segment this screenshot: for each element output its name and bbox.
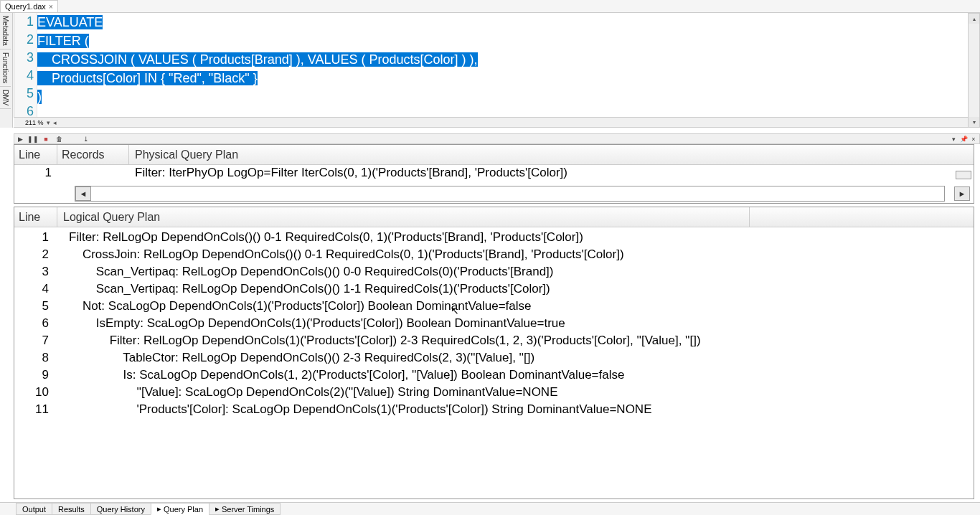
side-tab-metadata[interactable]: Metadata <box>0 13 11 49</box>
status-tab-query-history[interactable]: Query History <box>90 503 151 515</box>
editor-vertical-scrollbar[interactable]: ▴ ▾ <box>968 13 980 128</box>
side-tab-dmv[interactable]: DMV <box>0 87 11 109</box>
results-toolbar: ▶ ❚❚ ■ 🗑 ⤓ ▾ 📌 × <box>14 133 980 144</box>
header-line[interactable]: Line <box>14 207 57 227</box>
side-tab-functions[interactable]: Functions <box>0 49 11 87</box>
cell-line: 4 <box>14 280 57 298</box>
table-row[interactable]: 10 ''[Value]: ScaLogOp DependOnCols(2)('… <box>14 384 974 401</box>
horizontal-scrollbar[interactable]: ◄ ► <box>75 186 945 202</box>
scroll-up-icon[interactable]: ▴ <box>969 14 979 24</box>
side-tab-strip: Metadata Functions DMV <box>0 13 13 128</box>
scroll-right-button[interactable]: ► <box>954 186 970 201</box>
close-panel-icon[interactable]: × <box>969 135 978 143</box>
table-row[interactable]: 1Filter: RelLogOp DependOnCols()() 0-1 R… <box>14 229 974 246</box>
status-tab-label: Query History <box>97 505 145 514</box>
editor-gutter: 1 2 3 4 5 6 <box>14 13 37 127</box>
table-row[interactable]: 3 Scan_Vertipaq: RelLogOp DependOnCols()… <box>14 263 974 280</box>
table-row[interactable]: 7 Filter: RelLogOp DependOnCols(1)('Prod… <box>14 332 974 349</box>
cell-line: 6 <box>14 315 57 332</box>
header-logical-plan[interactable]: Logical Query Plan <box>57 207 750 227</box>
cell-line: 7 <box>14 332 57 349</box>
physical-grid-header: Line Records Physical Query Plan <box>14 145 974 165</box>
cell-line: 3 <box>14 263 57 280</box>
cell-plan: ''[Value]: ScaLogOp DependOnCols(2)(''[V… <box>57 384 974 401</box>
close-icon[interactable]: × <box>49 3 53 11</box>
dropdown-icon[interactable]: ▾ <box>949 135 958 143</box>
table-row[interactable]: 5 Not: ScaLogOp DependOnCols(1)('Product… <box>14 298 974 315</box>
physical-grid-body: 1 Filter: IterPhyOp LogOp=Filter IterCol… <box>14 165 974 203</box>
scroll-down-icon[interactable]: ▾ <box>969 117 979 127</box>
cell-plan: IsEmpty: ScaLogOp DependOnCols(1)('Produ… <box>57 315 974 332</box>
scroll-left-icon[interactable]: ◂ <box>53 119 57 126</box>
export-icon[interactable]: ⤓ <box>82 135 90 143</box>
cell-plan: Filter: RelLogOp DependOnCols(1)('Produc… <box>57 332 974 349</box>
editor-content[interactable]: EVALUATE FILTER ( CROSSJOIN ( VALUES ( P… <box>37 13 974 127</box>
gutter-line: 3 <box>14 49 34 67</box>
header-physical-plan[interactable]: Physical Query Plan <box>129 145 974 164</box>
cell-line: 9 <box>14 367 57 384</box>
gutter-line: 5 <box>14 85 34 103</box>
code-line: CROSSJOIN ( VALUES ( Products[Brand] ), … <box>37 52 478 67</box>
table-row[interactable]: 4 Scan_Vertipaq: RelLogOp DependOnCols()… <box>14 280 974 298</box>
cell-plan: TableCtor: RelLogOp DependOnCols()() 2-3… <box>57 349 974 367</box>
scroll-left-button[interactable]: ◄ <box>75 186 91 201</box>
cell-line: 2 <box>14 246 57 263</box>
pause-icon[interactable]: ❚❚ <box>29 135 37 143</box>
marker-icon: ▸ <box>157 504 161 514</box>
status-tab-output[interactable]: Output <box>16 503 52 515</box>
gutter-line: 4 <box>14 67 34 85</box>
cell-plan: Is: ScaLogOp DependOnCols(1, 2)('Product… <box>57 367 974 384</box>
cell-line: 5 <box>14 298 57 315</box>
code-line: Products[Color] IN { "Red", "Black" } <box>37 71 258 85</box>
stop-icon[interactable]: ■ <box>42 135 50 143</box>
document-tab-bar: Query1.dax × <box>0 0 980 13</box>
status-tab-label: Server Timings <box>222 505 274 514</box>
document-tab[interactable]: Query1.dax × <box>0 0 58 12</box>
play-icon[interactable]: ▶ <box>16 135 24 143</box>
table-row[interactable]: 11 'Products'[Color]: ScaLogOp DependOnC… <box>14 401 974 418</box>
chevron-down-icon[interactable]: ▾ <box>47 119 50 126</box>
status-tab-server-timings[interactable]: ▸Server Timings <box>209 503 281 515</box>
table-row[interactable]: 2 CrossJoin: RelLogOp DependOnCols()() 0… <box>14 246 974 263</box>
zoom-level[interactable]: 211 % <box>25 119 44 126</box>
cell-line: 1 <box>14 166 57 180</box>
table-row[interactable]: 8 TableCtor: RelLogOp DependOnCols()() 2… <box>14 349 974 367</box>
editor-zoom-bar: 211 % ▾ ◂ <box>14 117 974 127</box>
marker-icon: ▸ <box>215 504 220 514</box>
cell-plan: 'Products'[Color]: ScaLogOp DependOnCols… <box>57 401 974 418</box>
cell-line: 10 <box>14 384 57 401</box>
cell-plan: Filter: RelLogOp DependOnCols()() 0-1 Re… <box>57 229 974 246</box>
bottom-tab-bar: OutputResultsQuery History▸Query Plan▸Se… <box>0 502 980 515</box>
code-line: FILTER ( <box>37 34 89 48</box>
status-tab-label: Output <box>22 505 46 514</box>
header-line[interactable]: Line <box>14 145 57 164</box>
header-records[interactable]: Records <box>57 145 129 164</box>
status-tab-results[interactable]: Results <box>52 503 91 515</box>
status-tab-label: Results <box>58 505 85 514</box>
gutter-line: 2 <box>14 31 34 49</box>
clear-icon[interactable]: 🗑 <box>55 135 63 143</box>
cell-line: 8 <box>14 349 57 367</box>
code-editor[interactable]: 1 2 3 4 5 6 EVALUATE FILTER ( CROSSJOIN … <box>14 13 974 128</box>
logical-grid-body: 1Filter: RelLogOp DependOnCols()() 0-1 R… <box>14 227 974 499</box>
cell-line: 11 <box>14 401 57 418</box>
code-line: EVALUATE <box>37 15 103 29</box>
cell-plan: Scan_Vertipaq: RelLogOp DependOnCols()()… <box>57 280 974 298</box>
table-row[interactable]: 6 IsEmpty: ScaLogOp DependOnCols(1)('Pro… <box>14 315 974 332</box>
status-tab-query-plan[interactable]: ▸Query Plan <box>151 503 209 515</box>
status-tab-label: Query Plan <box>164 505 203 514</box>
physical-plan-panel: Line Records Physical Query Plan 1 Filte… <box>14 144 974 204</box>
document-tab-title: Query1.dax <box>5 2 46 11</box>
table-row[interactable]: 1 Filter: IterPhyOp LogOp=Filter IterCol… <box>14 165 974 181</box>
cell-plan: Filter: IterPhyOp LogOp=Filter IterCols(… <box>129 166 974 180</box>
cell-plan: Not: ScaLogOp DependOnCols(1)('Products'… <box>57 298 974 315</box>
panel-grip-icon[interactable] <box>956 171 971 179</box>
logical-plan-panel: Line Logical Query Plan 1Filter: RelLogO… <box>14 207 974 499</box>
cell-plan: Scan_Vertipaq: RelLogOp DependOnCols()()… <box>57 263 974 280</box>
scrollbar-track[interactable] <box>91 186 944 201</box>
pin-icon[interactable]: 📌 <box>959 135 968 143</box>
table-row[interactable]: 9 Is: ScaLogOp DependOnCols(1, 2)('Produ… <box>14 367 974 384</box>
gutter-line: 1 <box>14 13 34 31</box>
cell-line: 1 <box>14 229 57 246</box>
cell-plan: CrossJoin: RelLogOp DependOnCols()() 0-1… <box>57 246 974 263</box>
